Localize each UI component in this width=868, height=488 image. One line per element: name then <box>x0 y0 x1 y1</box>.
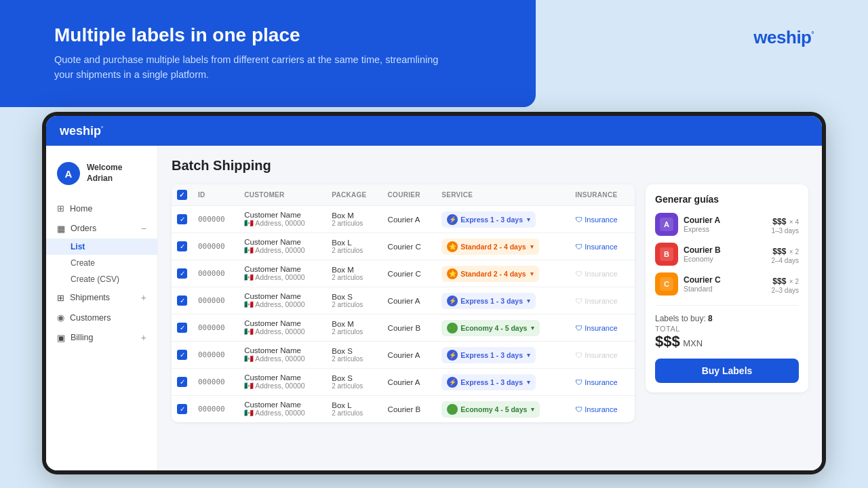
insurance-label: Insurance <box>585 270 617 278</box>
service-dropdown[interactable]: ⭐ Standard 2 - 4 days ▾ <box>441 266 538 282</box>
sidebar-item-orders[interactable]: ▦ Orders − <box>46 218 157 239</box>
row-checkbox[interactable]: ✓ <box>172 369 193 396</box>
service-dropdown[interactable]: ⚡ Express 1 - 3 days ▾ <box>441 293 536 309</box>
app-header-logo: weship° <box>60 124 103 138</box>
service-icon: ⚡ <box>447 377 458 388</box>
sidebar-item-billing[interactable]: ▣ Billing + <box>46 327 157 348</box>
row-service[interactable]: ⭐ Standard 2 - 4 days ▾ <box>436 233 570 260</box>
price-value: $$$ <box>772 217 786 226</box>
device-frame: weship° A Welcome Adrian ⊞ Home <box>42 112 826 474</box>
service-dropdown[interactable]: ⚡ Express 1 - 3 days ▾ <box>441 374 536 390</box>
price-count: × 4 <box>789 218 799 226</box>
courier-price: $$$ × 4 1–3 days <box>771 215 799 235</box>
generar-title: Generar guías <box>655 194 799 205</box>
service-icon: ⚡ <box>447 296 458 306</box>
service-icon: ⚡ <box>447 350 458 361</box>
row-cb[interactable]: ✓ <box>177 323 187 333</box>
row-checkbox[interactable]: ✓ <box>172 260 193 287</box>
service-dropdown[interactable]: 🌿 Economy 4 - 5 days ▾ <box>441 401 540 418</box>
row-service[interactable]: 🌿 Economy 4 - 5 days ▾ <box>436 314 570 342</box>
row-package: Box S 2 artículos <box>326 369 382 396</box>
total-price-row: $$$ MXN <box>655 333 799 350</box>
row-service[interactable]: ⚡ Express 1 - 3 days ▾ <box>436 369 570 396</box>
sidebar-item-home[interactable]: ⊞ Home <box>46 199 157 218</box>
service-dropdown[interactable]: ⚡ Express 1 - 3 days ▾ <box>441 347 536 363</box>
billing-expand-icon[interactable]: + <box>141 332 146 343</box>
insurance-icon: 🛡 <box>575 378 583 386</box>
row-cb[interactable]: ✓ <box>177 241 187 251</box>
insurance-icon: 🛡 <box>575 405 583 413</box>
courier-row-2: C Courier C Standard $$$ × 2 2–3 days <box>655 272 799 296</box>
sidebar-item-shipments[interactable]: ⊞ Shipments + <box>46 287 157 308</box>
row-checkbox[interactable]: ✓ <box>172 287 193 314</box>
chevron-down-icon: ▾ <box>527 298 530 304</box>
row-insurance: 🛡 Insurance <box>570 233 635 260</box>
sidebar-label-orders: Orders <box>71 224 96 233</box>
app-header: weship° <box>46 116 822 146</box>
courier-logo: B <box>655 243 678 266</box>
row-courier: Courier B <box>382 396 437 423</box>
select-all-checkbox[interactable]: ✓ <box>177 190 187 200</box>
row-service[interactable]: 🌿 Economy 4 - 5 days ▾ <box>436 396 570 423</box>
sidebar-subitem-list[interactable]: List <box>46 239 157 255</box>
row-service[interactable]: ⚡ Express 1 - 3 days ▾ <box>436 342 570 369</box>
svg-text:C: C <box>664 280 669 288</box>
row-cb[interactable]: ✓ <box>177 404 187 414</box>
row-courier: Courier C <box>382 260 437 287</box>
buy-section: Labels to buy: 8 TOTAL $$$ MXN Buy Label… <box>655 305 799 383</box>
row-cb[interactable]: ✓ <box>177 268 187 279</box>
service-label: Economy 4 - 5 days <box>460 324 527 332</box>
sidebar-item-customers[interactable]: ◉ Customers <box>46 308 157 327</box>
row-insurance: 🛡 Insurance <box>570 396 635 423</box>
service-label: Express 1 - 3 days <box>460 351 523 359</box>
courier-row-1: B Courier B Economy $$$ × 2 2–4 days <box>655 243 799 266</box>
service-dropdown[interactable]: ⚡ Express 1 - 3 days ▾ <box>441 211 536 228</box>
orders-collapse-icon[interactable]: − <box>141 223 146 234</box>
row-courier: Courier A <box>382 342 437 369</box>
table-row: ✓ 000000 Customer Name 🇲🇽Address, 00000 … <box>172 233 635 260</box>
row-checkbox[interactable]: ✓ <box>172 233 193 260</box>
sidebar-subitem-create-csv[interactable]: Create (CSV) <box>46 271 157 287</box>
avatar: A <box>57 162 80 185</box>
shipments-expand-icon[interactable]: + <box>141 292 146 303</box>
row-package: Box M 2 artículos <box>326 314 382 342</box>
price-days: 1–3 days <box>771 227 799 235</box>
row-checkbox[interactable]: ✓ <box>172 314 193 342</box>
courier-info: Courier A Express <box>684 216 766 233</box>
chevron-down-icon: ▾ <box>530 243 534 250</box>
row-cb[interactable]: ✓ <box>177 350 187 360</box>
sidebar-label-home: Home <box>70 204 92 214</box>
service-dropdown[interactable]: 🌿 Economy 4 - 5 days ▾ <box>441 320 540 336</box>
row-service[interactable]: ⚡ Express 1 - 3 days ▾ <box>436 287 570 314</box>
buy-labels-button[interactable]: Buy Labels <box>655 359 799 383</box>
row-cb[interactable]: ✓ <box>177 296 187 306</box>
row-customer: Customer Name 🇲🇽Address, 00000 <box>239 342 326 369</box>
row-insurance: 🛡 Insurance <box>570 260 635 287</box>
labels-count: Labels to buy: 8 <box>655 314 799 323</box>
chevron-down-icon: ▾ <box>527 379 530 386</box>
row-checkbox[interactable]: ✓ <box>172 396 193 423</box>
sidebar-label-customers: Customers <box>70 313 111 323</box>
row-checkbox[interactable]: ✓ <box>172 342 193 369</box>
sidebar-subitem-create[interactable]: Create <box>46 255 157 271</box>
row-service[interactable]: ⚡ Express 1 - 3 days ▾ <box>436 206 570 233</box>
row-cb[interactable]: ✓ <box>177 214 187 224</box>
row-checkbox[interactable]: ✓ <box>172 206 193 233</box>
row-courier: Courier A <box>382 206 437 233</box>
courier-name: Courier A <box>684 216 766 225</box>
row-service[interactable]: ⭐ Standard 2 - 4 days ▾ <box>436 260 570 287</box>
price-value: $$$ <box>772 247 786 256</box>
row-customer: Customer Name 🇲🇽Address, 00000 <box>239 233 326 260</box>
customers-icon: ◉ <box>57 312 64 323</box>
banner-title: Multiple labels in one place <box>54 24 509 46</box>
service-dropdown[interactable]: ⭐ Standard 2 - 4 days ▾ <box>441 239 538 255</box>
svg-text:A: A <box>664 220 669 228</box>
total-label: TOTAL <box>655 325 799 333</box>
col-header-checkbox: ✓ <box>172 184 193 206</box>
price-days: 2–3 days <box>771 287 799 294</box>
col-header-insurance: INSURANCE <box>570 184 635 206</box>
sidebar-label-billing: Billing <box>71 333 93 342</box>
top-logo: weship° <box>753 27 814 48</box>
user-greeting: Welcome Adrian <box>87 163 122 184</box>
row-cb[interactable]: ✓ <box>177 377 187 387</box>
